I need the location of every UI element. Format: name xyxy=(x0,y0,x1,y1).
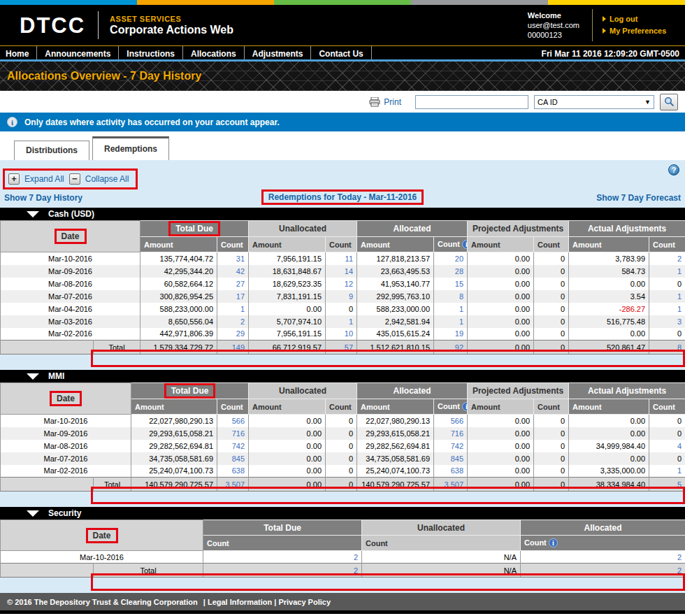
expand-all-label[interactable]: Expand All xyxy=(24,174,64,184)
count-link[interactable]: 742 xyxy=(217,440,249,452)
amount-cell: 3,335,000.00 xyxy=(569,465,649,478)
info-badge-icon[interactable]: i xyxy=(462,402,468,411)
count-link[interactable]: 15 xyxy=(434,278,468,290)
count-link[interactable]: 638 xyxy=(434,465,468,478)
count-cell: 0 xyxy=(326,465,357,478)
count-link[interactable]: 566 xyxy=(217,415,249,427)
info-badge-icon[interactable]: i xyxy=(549,538,558,547)
count-link[interactable]: 3,507 xyxy=(217,478,249,492)
count-link[interactable]: 11 xyxy=(326,252,357,265)
subheader-count: Count xyxy=(362,536,521,551)
search-input[interactable] xyxy=(415,95,528,109)
nav-item-instructions[interactable]: Instructions xyxy=(119,46,183,59)
search-category-select[interactable]: CA ID ▼ xyxy=(534,95,654,109)
count-link[interactable]: 1 xyxy=(649,265,685,278)
info-badge-icon[interactable]: i xyxy=(462,240,468,249)
table-row: Mar-09-201629,293,615,058.217160.00029,2… xyxy=(1,427,685,440)
section-header-security[interactable]: Security xyxy=(0,507,685,520)
amount-cell: 0.00 xyxy=(468,452,534,465)
count-link[interactable]: 3 xyxy=(649,315,685,328)
count-cell: 0 xyxy=(534,315,569,328)
subheader-count: Count xyxy=(534,237,569,252)
count-link[interactable]: 2 xyxy=(203,551,362,564)
section-title: Cash (USD) xyxy=(48,209,94,219)
count-link[interactable]: 1 xyxy=(649,303,685,315)
count-link[interactable]: 2 xyxy=(203,564,362,578)
count-link[interactable]: 20 xyxy=(434,252,468,265)
count-link[interactable]: 2 xyxy=(217,315,249,328)
date-cell: Mar-08-2016 xyxy=(1,440,131,452)
count-link[interactable]: 31 xyxy=(217,252,249,265)
expand-all-button[interactable]: + xyxy=(8,173,20,185)
count-link[interactable]: 27 xyxy=(217,278,249,290)
amount-cell: 588,233,000.00 xyxy=(357,303,434,315)
expand-collapse-controls: + Expand All − Collapse All xyxy=(3,169,138,189)
count-link[interactable]: 8 xyxy=(434,290,468,303)
count-link[interactable]: 638 xyxy=(217,465,249,478)
search-button[interactable] xyxy=(660,94,678,110)
nav-item-allocations[interactable]: Allocations xyxy=(183,46,245,59)
count-link[interactable]: 14 xyxy=(326,265,357,278)
help-icon[interactable]: ? xyxy=(668,164,679,176)
count-link[interactable]: 1 xyxy=(434,303,468,315)
nav-item-adjustments[interactable]: Adjustments xyxy=(245,46,312,59)
footer-link-privacy-policy[interactable]: Privacy Policy xyxy=(278,598,331,606)
count-link[interactable]: 1 xyxy=(326,315,357,328)
print-label: Print xyxy=(384,97,401,107)
count-link[interactable]: 19 xyxy=(434,328,468,341)
amount-cell: 0.00 xyxy=(249,427,326,440)
count-link[interactable]: 566 xyxy=(434,415,468,427)
strip-segment xyxy=(548,0,685,5)
count-link[interactable]: 1 xyxy=(434,315,468,328)
count-link[interactable]: 845 xyxy=(434,452,468,465)
subheader-count-info: Counti xyxy=(434,399,468,415)
amount-cell: 0.00 xyxy=(468,427,534,440)
count-link[interactable]: 42 xyxy=(217,265,249,278)
count-link[interactable]: 2 xyxy=(649,252,685,265)
tab-redemptions[interactable]: Redemptions xyxy=(92,136,169,161)
section-header-cash[interactable]: Cash (USD) xyxy=(0,208,685,220)
count-link[interactable]: 2 xyxy=(521,551,685,564)
count-link[interactable]: 1 xyxy=(217,303,249,315)
magnifier-icon xyxy=(664,96,675,107)
count-link[interactable]: 716 xyxy=(434,427,468,440)
count-link[interactable]: 10 xyxy=(326,328,357,341)
count-link[interactable]: 17 xyxy=(217,290,249,303)
count-link[interactable]: 845 xyxy=(217,452,249,465)
count-link[interactable]: 57 xyxy=(326,341,357,354)
count-link[interactable]: 2 xyxy=(521,564,685,578)
footer-link-legal-information[interactable]: Legal Information xyxy=(208,598,272,606)
count-link[interactable]: 716 xyxy=(217,427,249,440)
collapse-all-label[interactable]: Collapse All xyxy=(85,174,129,184)
nav-item-announcements[interactable]: Announcements xyxy=(37,46,119,59)
section-header-mmi[interactable]: MMI xyxy=(0,370,685,382)
subheader-amount: Amount xyxy=(131,399,217,415)
logout-link[interactable]: Log out xyxy=(603,13,675,25)
count-link[interactable]: 92 xyxy=(434,341,468,354)
nav-item-home[interactable]: Home xyxy=(0,46,37,59)
count-link[interactable]: 4 xyxy=(649,440,685,452)
count-link[interactable]: 1 xyxy=(649,465,685,478)
show-history-link[interactable]: Show 7 Day History xyxy=(4,193,82,203)
collapse-all-button[interactable]: − xyxy=(69,173,80,185)
count-link[interactable]: 29 xyxy=(217,328,249,341)
subheader-count: Count xyxy=(534,399,569,415)
count-link[interactable]: 5 xyxy=(649,478,685,492)
count-link[interactable]: 742 xyxy=(434,440,468,452)
amount-cell: 22,027,980,290.13 xyxy=(357,415,434,427)
count-cell: 0 xyxy=(534,278,569,290)
print-button[interactable]: Print xyxy=(369,97,401,107)
count-link[interactable]: 12 xyxy=(326,278,357,290)
count-link[interactable]: 3,507 xyxy=(434,478,468,492)
count-link[interactable]: 28 xyxy=(434,265,468,278)
tab-distributions[interactable]: Distributions xyxy=(14,141,89,160)
amount-cell: 0.00 xyxy=(249,415,326,427)
count-link[interactable]: 9 xyxy=(326,290,357,303)
show-forecast-link[interactable]: Show 7 Day Forecast xyxy=(596,193,681,203)
table-row: Mar-10-201622,027,980,290.135660.00022,0… xyxy=(1,415,685,427)
count-link[interactable]: 149 xyxy=(217,341,249,354)
preferences-link[interactable]: My Preferences xyxy=(603,25,675,37)
count-link[interactable]: 8 xyxy=(649,341,685,354)
nav-item-contact-us[interactable]: Contact Us xyxy=(311,46,371,59)
count-link[interactable]: 1 xyxy=(649,290,685,303)
